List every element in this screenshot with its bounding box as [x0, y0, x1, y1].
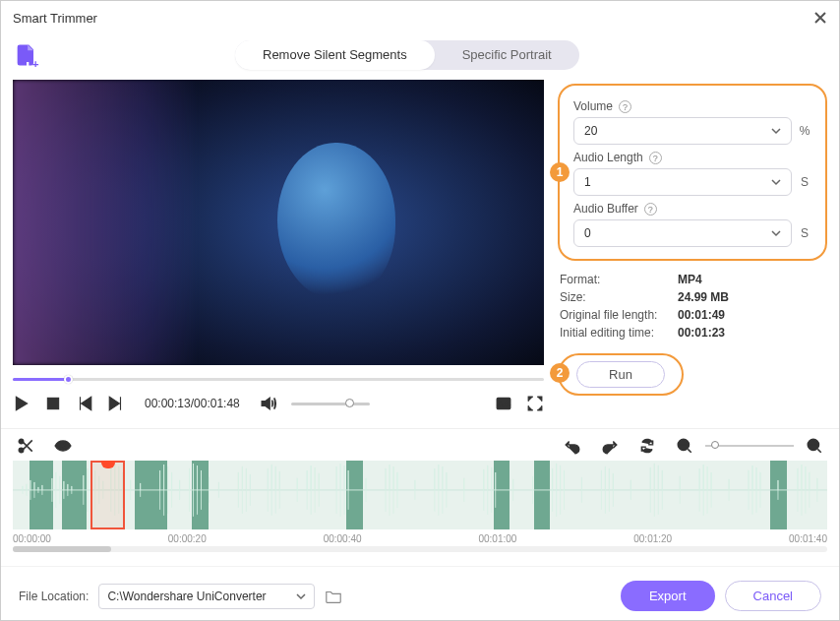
timeline-scrollbar[interactable]	[13, 546, 827, 552]
video-thumbnail	[13, 80, 544, 365]
help-icon[interactable]: ?	[649, 152, 662, 164]
prev-button[interactable]	[76, 395, 93, 412]
init-edit-value: 00:01:23	[678, 326, 725, 340]
svg-point-5	[61, 444, 66, 449]
audio-buffer-unit: S	[798, 226, 811, 240]
next-button[interactable]	[107, 395, 125, 412]
help-icon[interactable]: ?	[619, 100, 631, 113]
timeline-ticks: 00:00:00 00:00:20 00:00:40 00:01:00 00:0…	[1, 529, 839, 544]
zoom-out-icon[interactable]	[676, 437, 693, 455]
file-location-label: File Location:	[19, 590, 89, 603]
stop-button[interactable]	[44, 395, 62, 412]
run-button[interactable]: Run	[576, 361, 665, 388]
audio-buffer-label: Audio Buffer	[573, 202, 638, 216]
snapshot-icon[interactable]	[495, 395, 512, 412]
refresh-icon[interactable]	[638, 437, 656, 455]
volume-icon[interactable]	[260, 395, 277, 412]
callout-2: 2	[550, 363, 570, 383]
waveform	[13, 461, 827, 520]
eye-icon[interactable]	[54, 437, 72, 455]
play-button[interactable]	[13, 395, 30, 412]
app-logo-icon: +	[13, 41, 40, 69]
svg-text:+: +	[32, 57, 39, 69]
volume-label: Volume	[573, 99, 613, 113]
tab-specific-portrait[interactable]: Specific Portrait	[435, 40, 579, 70]
chevron-down-icon	[771, 126, 781, 136]
waveform-timeline[interactable]	[13, 461, 827, 529]
cut-icon[interactable]	[17, 437, 34, 455]
chevron-down-icon	[771, 228, 781, 238]
audio-length-label: Audio Length	[573, 151, 643, 164]
zoom-in-icon[interactable]	[806, 437, 823, 455]
fullscreen-icon[interactable]	[526, 395, 544, 412]
redo-icon[interactable]	[601, 437, 619, 455]
undo-icon[interactable]	[564, 437, 581, 455]
format-value: MP4	[678, 273, 702, 286]
size-value: 24.99 MB	[678, 290, 729, 304]
svg-point-4	[19, 439, 24, 444]
volume-unit: %	[798, 124, 811, 138]
run-container: 2 Run	[558, 353, 684, 396]
cancel-button[interactable]: Cancel	[725, 581, 821, 611]
audio-length-unit: S	[798, 175, 811, 189]
file-meta: Format:MP4 Size:24.99 MB Original file l…	[560, 273, 825, 340]
callout-1: 1	[550, 162, 570, 182]
chevron-down-icon	[296, 591, 306, 601]
selection-box[interactable]	[90, 461, 125, 529]
audio-length-select[interactable]: 1	[573, 168, 792, 196]
video-preview[interactable]	[13, 80, 544, 365]
time-display: 00:00:13/00:01:48	[145, 397, 240, 410]
tab-remove-silent[interactable]: Remove Silent Segments	[235, 40, 435, 70]
svg-rect-1	[47, 398, 58, 408]
volume-slider[interactable]	[291, 403, 370, 405]
parameters-panel: 1 Volume? 20 % Audio Length? 1 S Audio B…	[558, 84, 827, 261]
audio-buffer-select[interactable]: 0	[573, 219, 792, 247]
playhead-handle[interactable]	[101, 461, 115, 468]
volume-select[interactable]: 20	[573, 117, 792, 145]
zoom-slider[interactable]	[705, 445, 794, 447]
window-title: Smart Trimmer	[13, 11, 813, 26]
orig-length-value: 00:01:49	[678, 308, 725, 322]
mode-tabs: Remove Silent Segments Specific Portrait	[235, 40, 579, 70]
export-button[interactable]: Export	[621, 581, 715, 611]
chevron-down-icon	[771, 177, 781, 187]
file-location-select[interactable]: C:\Wondershare UniConverter	[98, 584, 315, 609]
close-icon[interactable]	[813, 11, 827, 25]
svg-point-3	[19, 448, 24, 453]
seek-bar[interactable]	[13, 375, 544, 383]
help-icon[interactable]: ?	[644, 203, 657, 216]
folder-icon[interactable]	[325, 588, 342, 605]
